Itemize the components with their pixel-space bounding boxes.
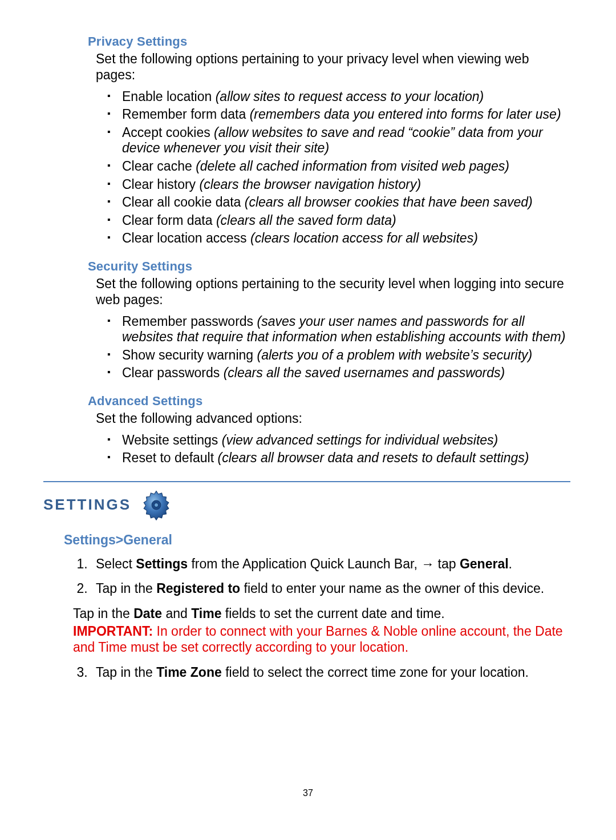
section-rule [43,481,570,482]
bold-text: General [460,556,509,571]
item-label: Clear passwords [122,365,224,380]
text: from the Application Quick Launch Bar, →… [188,556,460,571]
list-item: Remember passwords (saves your user name… [116,314,570,348]
item-desc: (clears all the saved usernames and pass… [224,365,505,380]
item-label: Remember form data [122,107,250,122]
step-1: Select Settings from the Application Qui… [91,556,570,581]
steps-list-cont: Tap in the Time Zone field to select the… [75,665,570,690]
list-item: Clear form data (clears all the saved fo… [116,213,570,231]
text: Tap in the [96,665,156,680]
item-label: Clear all cookie data [122,195,245,209]
text: field to select the correct time zone fo… [222,665,529,680]
item-label: Show security warning [122,348,257,362]
security-heading: Security Settings [88,259,570,274]
item-label: Remember passwords [122,314,257,329]
item-desc: (delete all cached information from visi… [196,159,509,173]
item-desc: (clears the browser navigation history) [199,177,421,192]
item-desc: (view advanced settings for individual w… [222,433,499,447]
step-2: Tap in the Registered to field to enter … [91,581,570,606]
item-desc: (clears all the saved form data) [216,213,396,228]
important-label: IMPORTANT: [73,624,153,639]
bold-text: Settings [136,556,188,571]
important-note: IMPORTANT: In order to connect with your… [73,624,570,655]
privacy-heading: Privacy Settings [88,34,570,49]
item-desc: (remembers data you entered into forms f… [250,107,561,122]
privacy-list: Enable location (allow sites to request … [43,89,570,249]
text: Tap in the [73,606,133,621]
steps-list: Select Settings from the Application Qui… [75,556,570,606]
list-item: Enable location (allow sites to request … [116,89,570,107]
list-item: Accept cookies (allow websites to save a… [116,125,570,159]
list-item: Clear passwords (clears all the saved us… [116,365,570,383]
text: and [162,606,191,621]
bold-text: Time Zone [156,665,222,680]
list-item: Website settings (view advanced settings… [116,433,570,451]
security-list: Remember passwords (saves your user name… [43,314,570,383]
list-item: Clear history (clears the browser naviga… [116,177,570,195]
advanced-intro: Set the following advanced options: [96,411,570,427]
text: Select [96,556,136,571]
security-intro: Set the following options pertaining to … [96,276,570,308]
text: field to enter your name as the owner of… [240,581,544,596]
list-item: Remember form data (remembers data you e… [116,107,570,125]
bold-text: Registered to [156,581,240,596]
item-label: Clear form data [122,213,216,228]
privacy-intro: Set the following options pertaining to … [96,51,570,83]
item-desc: (clears all browser data and resets to d… [218,450,529,465]
step-3: Tap in the Time Zone field to select the… [91,665,570,690]
item-label: Clear history [122,177,199,192]
bold-text: Date [133,606,162,621]
item-label: Clear location access [122,231,250,245]
page-number: 37 [0,788,616,798]
text: . [509,556,512,571]
gear-icon [139,489,173,521]
item-desc: (allow sites to request access to your l… [216,89,484,104]
list-item: Clear location access (clears location a… [116,231,570,249]
advanced-list: Website settings (view advanced settings… [43,433,570,469]
item-label: Enable location [122,89,216,104]
item-desc: (clears all browser cookies that have be… [245,195,533,209]
list-item: Reset to default (clears all browser dat… [116,450,570,469]
svg-point-1 [155,503,159,507]
settings-general-heading: Settings>General [64,532,570,548]
text: fields to set the current date and time. [221,606,444,621]
list-item: Show security warning (alerts you of a p… [116,348,570,366]
text: Tap in the [96,581,156,596]
item-desc: (alerts you of a problem with website’s … [257,348,533,362]
date-time-paragraph: Tap in the Date and Time fields to set t… [73,606,570,622]
advanced-heading: Advanced Settings [88,394,570,409]
item-label: Website settings [122,433,222,447]
list-item: Clear all cookie data (clears all browse… [116,195,570,213]
bold-text: Time [191,606,221,621]
section-title: SETTINGS [43,496,131,514]
item-label: Clear cache [122,159,196,173]
item-desc: (clears location access for all websites… [250,231,478,245]
list-item: Clear cache (delete all cached informati… [116,159,570,177]
item-label: Accept cookies [122,125,214,140]
item-label: Reset to default [122,450,218,465]
